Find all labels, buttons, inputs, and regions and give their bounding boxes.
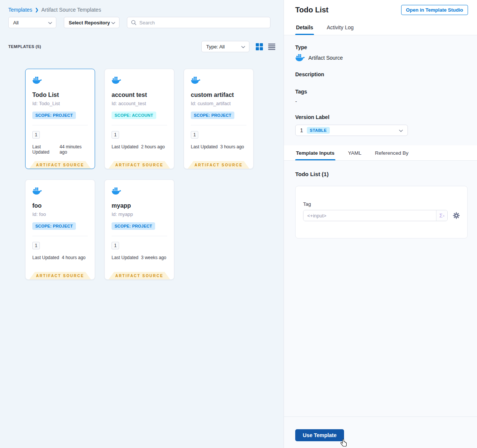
breadcrumb-templates-link[interactable]: Templates [8, 7, 32, 13]
artifact-source-ribbon: ARTIFACT SOURCE [109, 161, 170, 169]
inputs-tabbar: Template Inputs YAML Referenced By [284, 145, 477, 161]
template-card[interactable]: Todo List Id: Todo_List SCOPE: PROJECT 1… [25, 69, 95, 169]
template-card-id: Id: myapp [112, 211, 167, 217]
template-card-id: Id: account_test [112, 101, 167, 106]
tag-label: Tag [303, 201, 460, 207]
template-card[interactable]: custom artifact Id: custom_artifact SCOP… [184, 69, 254, 169]
repository-filter-dropdown[interactable]: Select Repository [64, 17, 119, 28]
docker-icon [112, 187, 121, 195]
open-in-template-studio-button[interactable]: Open in Template Studio [401, 5, 468, 15]
last-updated: Last Updated 3 hours ago [191, 144, 246, 149]
template-inputs-body: Todo List (1) Tag Σx [284, 161, 477, 416]
template-card-id: Id: custom_artifact [191, 101, 246, 106]
use-template-button[interactable]: Use Template [295, 429, 344, 441]
scope-filter-dropdown[interactable]: All [8, 17, 56, 28]
tab-details[interactable]: Details [295, 20, 314, 35]
inputs-card: Tag Σx [295, 186, 468, 238]
tag-input-wrap: Σx [303, 210, 448, 221]
version-count-chip: 1 [112, 242, 119, 249]
version-label: Version Label [295, 114, 466, 120]
grid-view-icon[interactable] [255, 43, 263, 50]
artifact-source-ribbon: ARTIFACT SOURCE [29, 272, 91, 279]
scope-filter-value: All [13, 20, 18, 26]
search-box[interactable] [127, 17, 270, 28]
breadcrumb-current-page: Artifact Source Templates [41, 7, 101, 13]
template-card-id: Id: foo [32, 211, 88, 217]
last-updated-label: Last Updated [112, 255, 138, 260]
description-label: Description [295, 71, 466, 77]
tags-label: Tags [295, 89, 466, 95]
tags-value: - [295, 98, 466, 104]
artifact-source-ribbon: ARTIFACT SOURCE [188, 161, 249, 169]
detail-body: Type Artifact Source Description Tags - … [284, 35, 477, 145]
breadcrumb: Templates ❯ Artifact Source Templates [8, 7, 275, 13]
last-updated: Last Updated 3 weeks ago [112, 255, 167, 260]
template-card-id: Id: Todo_List [32, 101, 88, 106]
chevron-down-icon [241, 44, 245, 50]
templates-count-label: TEMPLATES (5) [8, 44, 41, 49]
scope-badge: SCOPE: PROJECT [32, 222, 76, 230]
version-count-chip: 1 [32, 131, 40, 139]
breadcrumb-separator-icon: ❯ [35, 7, 39, 12]
last-updated-label: Last Updated [191, 144, 217, 149]
scope-badge: SCOPE: PROJECT [112, 222, 155, 230]
docker-icon [32, 187, 42, 195]
last-updated-value: 4 hours ago [62, 255, 85, 260]
templates-list-panel: Templates ❯ Artifact Source Templates Al… [0, 0, 284, 448]
template-card-title: custom artifact [191, 92, 246, 98]
template-card[interactable]: foo Id: foo SCOPE: PROJECT 1 Last Update… [25, 180, 95, 280]
version-dropdown[interactable]: 1 STABLE [295, 125, 408, 136]
docker-icon [32, 77, 42, 84]
version-count-chip: 1 [191, 131, 198, 139]
type-filter-dropdown[interactable]: Type: All [201, 41, 249, 52]
tag-input[interactable] [303, 210, 436, 221]
last-updated-value: 2 hours ago [141, 144, 165, 149]
template-card-title: Todo List [32, 92, 88, 98]
docker-icon [295, 54, 305, 62]
template-detail-panel: Todo List Open in Template Studio Detail… [284, 0, 477, 448]
last-updated-label: Last Updated [112, 144, 138, 149]
scope-badge: SCOPE: ACCOUNT [112, 112, 156, 119]
template-card-title: account test [112, 92, 167, 98]
template-card-title: foo [32, 202, 88, 209]
last-updated-label: Last Updated [32, 144, 57, 155]
inputs-title: Todo List (1) [295, 171, 468, 177]
template-card[interactable]: myapp Id: myapp SCOPE: PROJECT 1 Last Up… [104, 180, 174, 280]
template-card-title: myapp [112, 202, 167, 209]
type-label: Type [295, 44, 466, 50]
expression-sigma-button[interactable]: Σx [436, 210, 447, 221]
detail-title: Todo List [295, 6, 329, 14]
tab-referenced-by[interactable]: Referenced By [374, 145, 409, 160]
version-value: 1 [300, 127, 303, 133]
scope-badge: SCOPE: PROJECT [32, 112, 76, 119]
artifact-source-ribbon: ARTIFACT SOURCE [29, 161, 91, 169]
tab-yaml[interactable]: YAML [347, 145, 362, 160]
stable-badge: STABLE [307, 127, 330, 134]
tab-template-inputs[interactable]: Template Inputs [295, 145, 335, 160]
version-count-chip: 1 [32, 242, 40, 249]
last-updated: Last Updated 44 minutes ago [32, 144, 88, 155]
type-filter-value: Type: All [206, 44, 225, 50]
list-view-icon[interactable] [268, 43, 275, 50]
chevron-down-icon [48, 20, 52, 26]
list-header: TEMPLATES (5) Type: All [8, 41, 275, 52]
last-updated-label: Last Updated [32, 255, 59, 260]
last-updated-value: 3 weeks ago [141, 255, 166, 260]
gear-icon[interactable] [453, 212, 460, 219]
template-card[interactable]: account test Id: account_test SCOPE: ACC… [104, 69, 174, 169]
last-updated-value: 44 minutes ago [60, 144, 88, 155]
version-count-chip: 1 [112, 131, 119, 139]
template-cards-grid: Todo List Id: Todo_List SCOPE: PROJECT 1… [25, 69, 266, 280]
detail-footer: Use Template [284, 416, 477, 448]
search-input[interactable] [139, 20, 266, 26]
type-value: Artifact Source [308, 55, 343, 61]
docker-icon [191, 77, 201, 84]
filter-row: All Select Repository [8, 17, 275, 28]
chevron-down-icon [111, 20, 115, 26]
artifact-source-ribbon: ARTIFACT SOURCE [109, 272, 170, 279]
search-icon [131, 20, 136, 25]
last-updated-value: 3 hours ago [220, 144, 244, 149]
tab-activity-log[interactable]: Activity Log [326, 20, 355, 35]
last-updated: Last Updated 4 hours ago [32, 255, 88, 260]
app-window: Templates ❯ Artifact Source Templates Al… [0, 0, 477, 448]
